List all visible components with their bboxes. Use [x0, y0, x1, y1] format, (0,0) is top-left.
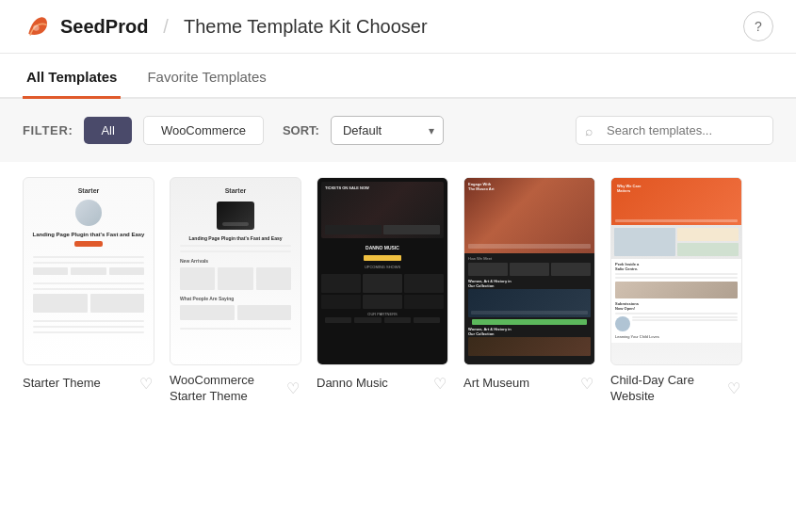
filter-bar: FILTER: All WooCommerce SORT: Default Ne…	[0, 99, 796, 162]
search-wrapper: ⌕	[576, 116, 773, 145]
template-footer-danno: Danno Music ♡	[317, 373, 448, 395]
template-name-woo: WooCommerce Starter Theme	[170, 373, 284, 405]
header-divider: /	[163, 16, 169, 38]
template-card-woo[interactable]: Starter Landing Page Plugin that's Fast …	[170, 177, 301, 405]
tab-all-templates[interactable]: All Templates	[23, 57, 121, 99]
tabs-bar: All Templates Favorite Templates	[0, 57, 796, 99]
template-card-art[interactable]: Engage WithThe Museo Art How We Meet Wom…	[463, 177, 595, 405]
header-title: Theme Template Kit Chooser	[184, 16, 428, 38]
template-card-child[interactable]: Why We CareMatters Peek Inside aSalix Ce…	[610, 177, 742, 405]
search-input[interactable]	[576, 116, 773, 145]
template-card-starter[interactable]: Starter Landing Page Plugin that's Fast …	[23, 177, 154, 405]
header-left: SeedProd / Theme Template Kit Chooser	[23, 11, 428, 41]
search-icon: ⌕	[585, 123, 593, 138]
seedprod-logo-icon	[23, 11, 53, 41]
filter-label: FILTER:	[23, 123, 73, 137]
template-card-danno[interactable]: TICKETS ON SALE NOW DANNO MUSIC UPCOMING…	[317, 177, 448, 405]
template-footer-child: Child-Day Care Website ♡	[610, 373, 742, 405]
templates-grid: Starter Landing Page Plugin that's Fast …	[0, 162, 796, 427]
filter-all-button[interactable]: All	[84, 117, 131, 144]
template-name-art: Art Museum	[463, 376, 578, 392]
sort-select-wrapper: Default Newest Oldest	[331, 116, 444, 145]
logo: SeedProd	[23, 11, 148, 41]
template-name-starter: Starter Theme	[23, 376, 138, 392]
favorite-button-child[interactable]: ♡	[725, 378, 742, 399]
template-footer-woo: WooCommerce Starter Theme ♡	[170, 373, 301, 405]
template-name-child: Child-Day Care Website	[610, 373, 725, 405]
logo-text: SeedProd	[60, 16, 148, 38]
help-button[interactable]: ?	[743, 11, 773, 41]
favorite-button-starter[interactable]: ♡	[138, 373, 154, 395]
template-thumb-danno: TICKETS ON SALE NOW DANNO MUSIC UPCOMING…	[317, 177, 448, 365]
favorite-button-danno[interactable]: ♡	[431, 373, 448, 395]
favorite-button-woo[interactable]: ♡	[284, 378, 301, 399]
sort-select[interactable]: Default Newest Oldest	[331, 116, 444, 145]
template-thumb-starter: Starter Landing Page Plugin that's Fast …	[23, 177, 154, 365]
template-footer-art: Art Museum ♡	[463, 373, 595, 395]
template-thumb-child: Why We CareMatters Peek Inside aSalix Ce…	[610, 177, 742, 365]
svg-point-0	[33, 24, 39, 30]
sort-label: SORT:	[283, 123, 319, 137]
template-thumb-woo: Starter Landing Page Plugin that's Fast …	[170, 177, 301, 365]
header: SeedProd / Theme Template Kit Chooser ?	[0, 0, 796, 54]
template-thumb-art: Engage WithThe Museo Art How We Meet Wom…	[463, 177, 595, 365]
tab-favorite-templates[interactable]: Favorite Templates	[143, 57, 269, 99]
filter-woocommerce-button[interactable]: WooCommerce	[143, 116, 264, 145]
template-name-danno: Danno Music	[317, 376, 431, 392]
favorite-button-art[interactable]: ♡	[578, 373, 595, 395]
template-footer-starter: Starter Theme ♡	[23, 373, 154, 395]
